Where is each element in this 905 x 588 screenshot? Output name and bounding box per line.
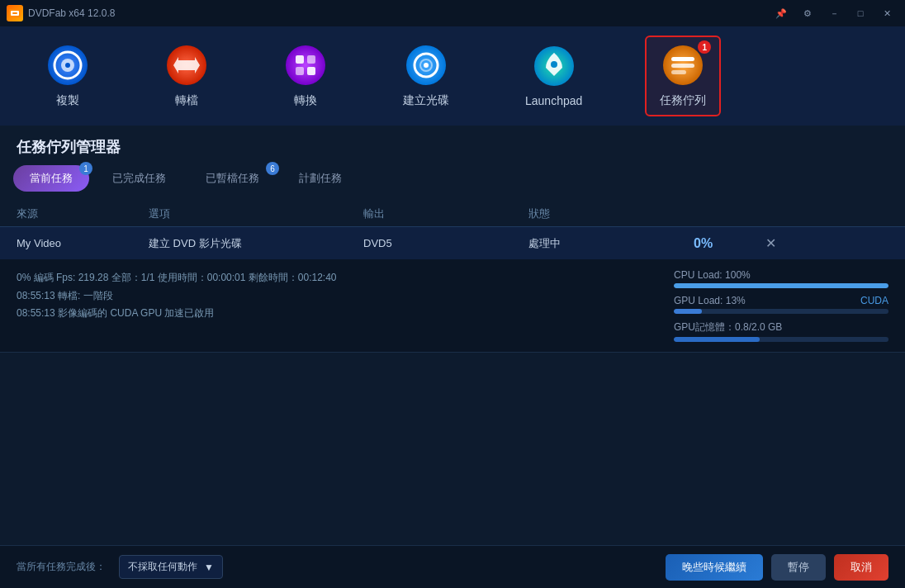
mem-metric: GPU記憶體：0.8/2.0 GB <box>674 320 888 342</box>
gpu-bar-fill <box>674 309 702 314</box>
cancel-button[interactable]: 取消 <box>834 554 888 581</box>
task-metrics: CPU Load: 100% GPU Load: 13% CUDA <box>674 269 888 342</box>
title-bar: DVDFab x64 12.0.8 📌 ⚙ － □ ✕ <box>0 0 905 26</box>
pause-button[interactable]: 暫停 <box>771 554 826 581</box>
table-header: 來源 選項 輸出 狀態 <box>0 202 905 227</box>
tab-cancelled[interactable]: 已暫檔任務 6 <box>189 165 276 192</box>
transform-icon <box>284 44 327 87</box>
svg-rect-9 <box>296 55 304 64</box>
tab-completed[interactable]: 已完成任務 <box>96 165 182 192</box>
bottom-actions: 晚些時候繼續 暫停 取消 <box>666 554 888 581</box>
table-row: My Video 建立 DVD 影片光碟 DVD5 處理中 0% ✕ 0% 編碼… <box>0 227 905 353</box>
col-source: 來源 <box>17 206 149 221</box>
schedule-button[interactable]: 晚些時候繼續 <box>666 554 763 581</box>
copy-icon <box>46 44 89 87</box>
queue-badge: 1 <box>698 40 711 54</box>
task-close-button[interactable]: ✕ <box>743 235 776 251</box>
svg-point-8 <box>286 45 325 85</box>
after-label: 當所有任務完成後： <box>17 560 106 574</box>
after-select[interactable]: 不採取任何動作 ▼ <box>119 555 223 579</box>
window-controls: 📌 ⚙ － □ ✕ <box>770 0 898 26</box>
tab-cancelled-badge: 6 <box>266 162 279 175</box>
log-line-1: 0% 編碼 Fps: 219.28 全部：1/1 使用時間：00:00:01 剩… <box>17 269 657 287</box>
task-log: 0% 編碼 Fps: 219.28 全部：1/1 使用時間：00:00:01 剩… <box>17 269 657 342</box>
cpu-bar-fill <box>674 283 888 288</box>
bottom-bar: 當所有任務完成後： 不採取任何動作 ▼ 晚些時候繼續 暫停 取消 <box>0 545 905 588</box>
col-status: 狀態 <box>528 206 694 221</box>
svg-point-16 <box>424 63 429 68</box>
dropdown-icon: ▼ <box>204 562 214 573</box>
close-button[interactable]: ✕ <box>875 5 898 21</box>
cpu-bar-bg <box>674 283 888 288</box>
col-option: 選項 <box>149 206 363 221</box>
nav-item-transform[interactable]: 轉換 <box>271 37 340 115</box>
gpu-metric: GPU Load: 13% CUDA <box>674 295 888 314</box>
tab-current-label: 當前任務 <box>30 172 73 184</box>
tab-scheduled[interactable]: 計劃任務 <box>282 165 358 192</box>
col-output: 輸出 <box>363 206 528 221</box>
gpu-label: GPU Load: 13% <box>674 295 746 306</box>
app-logo: DVDFab x64 12.0.8 <box>7 5 115 21</box>
nav-label-launchpad: Launchpad <box>525 94 582 107</box>
tabs-bar: 當前任務 1 已完成任務 已暫檔任務 6 計劃任務 <box>0 165 905 202</box>
nav-label-queue: 任務佇列 <box>660 93 706 108</box>
mem-bar-bg <box>674 337 888 342</box>
log-line-2: 08:55:13 轉檔: 一階段 <box>17 287 657 306</box>
nav-label-disc: 建立光碟 <box>403 93 449 108</box>
page-title-bar: 任務佇列管理器 <box>0 126 905 165</box>
svg-rect-10 <box>307 55 315 64</box>
convert-icon <box>165 44 208 87</box>
nav-item-queue[interactable]: 1 任務佇列 <box>645 36 721 116</box>
nav-item-convert[interactable]: 轉檔 <box>152 37 221 115</box>
tab-completed-label: 已完成任務 <box>112 172 166 184</box>
pin-button[interactable]: 📌 <box>770 5 793 21</box>
page-title: 任務佇列管理器 <box>17 139 121 155</box>
svg-point-6 <box>65 63 70 68</box>
after-select-value: 不採取任何動作 <box>128 560 197 574</box>
disc-icon <box>405 44 448 87</box>
nav-item-disc[interactable]: 建立光碟 <box>390 37 462 115</box>
svg-point-18 <box>551 61 557 68</box>
settings-button[interactable]: ⚙ <box>796 5 819 21</box>
tab-current-badge: 1 <box>79 162 92 175</box>
gpu-tag: CUDA <box>860 295 888 306</box>
task-status: 處理中 <box>528 236 694 251</box>
minimize-button[interactable]: － <box>822 5 846 21</box>
task-output: DVD5 <box>363 237 528 249</box>
task-details: 0% 編碼 Fps: 219.28 全部：1/1 使用時間：00:00:01 剩… <box>0 259 905 352</box>
col-action <box>694 206 888 221</box>
app-title: DVDFab x64 12.0.8 <box>28 7 115 19</box>
cpu-metric: CPU Load: 100% <box>674 269 888 288</box>
tab-scheduled-label: 計劃任務 <box>299 172 342 184</box>
tab-current[interactable]: 當前任務 1 <box>13 165 89 192</box>
task-percent: 0% <box>694 236 743 251</box>
nav-label-convert: 轉檔 <box>175 93 198 108</box>
svg-rect-12 <box>307 67 315 75</box>
log-line-3: 08:55:13 影像編碼的 CUDA GPU 加速已啟用 <box>17 305 657 323</box>
rocket-icon <box>533 45 576 88</box>
logo-icon <box>7 5 23 21</box>
nav-label-transform: 轉換 <box>294 93 317 108</box>
maximize-button[interactable]: □ <box>849 5 872 21</box>
mem-bar-fill <box>674 337 760 342</box>
nav-bar: 複製 轉檔 轉換 <box>0 26 905 126</box>
svg-rect-11 <box>296 67 304 75</box>
svg-rect-22 <box>671 70 686 74</box>
task-name: My Video <box>17 237 149 249</box>
tab-cancelled-label: 已暫檔任務 <box>206 172 259 184</box>
svg-rect-20 <box>671 57 694 61</box>
mem-label: GPU記憶體：0.8/2.0 GB <box>674 320 782 334</box>
task-option: 建立 DVD 影片光碟 <box>149 236 363 251</box>
svg-rect-21 <box>671 64 694 68</box>
nav-item-copy[interactable]: 複製 <box>33 37 102 115</box>
task-main-row: My Video 建立 DVD 影片光碟 DVD5 處理中 0% ✕ <box>0 227 905 259</box>
gpu-bar-bg <box>674 309 888 314</box>
svg-rect-2 <box>12 12 17 14</box>
cpu-label: CPU Load: 100% <box>674 269 751 281</box>
nav-label-copy: 複製 <box>56 93 79 108</box>
nav-item-launchpad[interactable]: Launchpad <box>512 38 595 114</box>
